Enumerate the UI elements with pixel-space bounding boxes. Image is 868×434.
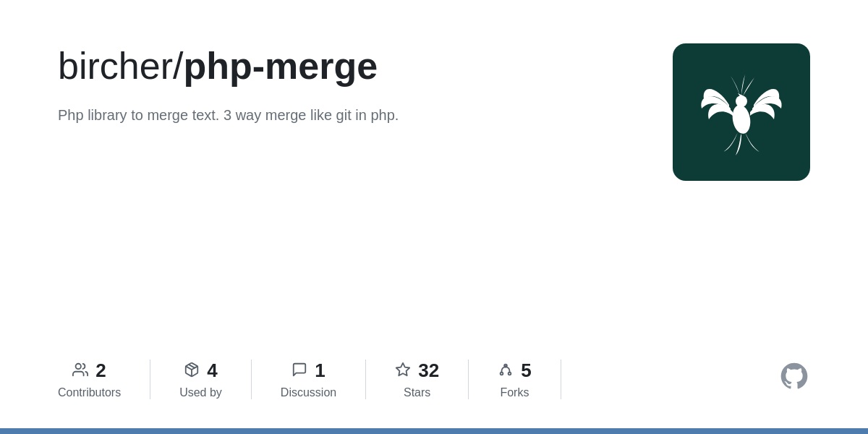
logo-image bbox=[691, 61, 792, 163]
stat-stars[interactable]: 32 Stars bbox=[366, 359, 469, 399]
stat-used-by-top: 4 bbox=[184, 359, 217, 382]
used-by-label: Used by bbox=[179, 386, 222, 399]
star-icon bbox=[395, 362, 411, 380]
bottom-bar bbox=[0, 428, 868, 434]
discussion-count: 1 bbox=[315, 359, 325, 382]
stats-section: 2 Contributors 4 Used by bbox=[58, 338, 810, 399]
header-section: bircher/php-merge Php library to merge t… bbox=[58, 43, 810, 181]
contributors-count: 2 bbox=[95, 359, 106, 382]
forks-label: Forks bbox=[500, 386, 529, 399]
people-icon bbox=[72, 362, 88, 380]
stat-used-by[interactable]: 4 Used by bbox=[150, 359, 252, 399]
fork-icon bbox=[498, 362, 514, 380]
repo-description: Php library to merge text. 3 way merge l… bbox=[58, 104, 506, 126]
svg-line-3 bbox=[189, 364, 195, 367]
stat-discussion[interactable]: 1 Discussion bbox=[252, 359, 366, 399]
package-icon bbox=[184, 362, 200, 380]
repo-title: bircher/php-merge bbox=[58, 43, 644, 88]
repo-logo bbox=[673, 43, 810, 181]
contributors-label: Contributors bbox=[58, 386, 121, 399]
forks-count: 5 bbox=[521, 359, 531, 382]
stat-forks[interactable]: 5 Forks bbox=[469, 359, 561, 399]
discussion-label: Discussion bbox=[281, 386, 336, 399]
github-icon bbox=[778, 363, 810, 399]
stars-count: 32 bbox=[418, 359, 439, 382]
stars-label: Stars bbox=[404, 386, 430, 399]
main-content: bircher/php-merge Php library to merge t… bbox=[0, 0, 868, 428]
stat-discussion-top: 1 bbox=[292, 359, 325, 382]
svg-marker-5 bbox=[396, 362, 409, 375]
title-area: bircher/php-merge Php library to merge t… bbox=[58, 43, 644, 126]
stat-contributors[interactable]: 2 Contributors bbox=[58, 359, 150, 399]
discussion-icon bbox=[292, 362, 307, 380]
svg-point-2 bbox=[76, 363, 81, 368]
stat-stars-top: 32 bbox=[395, 359, 439, 382]
repo-owner[interactable]: bircher/ bbox=[58, 45, 183, 87]
stat-contributors-top: 2 bbox=[72, 359, 106, 382]
svg-point-0 bbox=[731, 103, 753, 135]
stat-forks-top: 5 bbox=[498, 359, 531, 382]
used-by-count: 4 bbox=[207, 359, 217, 382]
repo-name[interactable]: php-merge bbox=[183, 45, 378, 87]
github-icon-wrapper[interactable] bbox=[749, 360, 810, 399]
